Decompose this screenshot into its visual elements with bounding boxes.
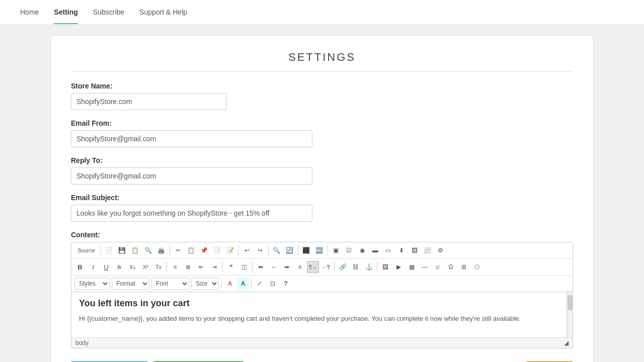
preview-button[interactable]: 🔍 xyxy=(142,244,154,256)
email-subject-label: Email Subject: xyxy=(71,194,573,202)
anchor-button[interactable]: ⚓ xyxy=(363,261,375,273)
redo-button[interactable]: ↪ xyxy=(254,244,266,256)
cut-button[interactable]: ✂ xyxy=(172,244,184,256)
email-from-label: Email From: xyxy=(71,119,573,127)
smiley-button[interactable]: ☺ xyxy=(432,261,444,273)
bold-button[interactable]: B xyxy=(74,261,86,273)
separator-10 xyxy=(334,262,335,272)
size-select[interactable]: Size xyxy=(191,278,219,290)
pagebreak-button[interactable]: ⊞ xyxy=(458,261,470,273)
imagebutton-button[interactable]: 🖼 xyxy=(409,244,421,256)
separator-6 xyxy=(328,245,328,255)
font-color-button[interactable]: A xyxy=(224,278,236,290)
page-title: SETTINGS xyxy=(71,51,573,72)
nav-support[interactable]: Support & Help xyxy=(139,1,187,24)
styles-select[interactable]: Styles xyxy=(74,278,110,290)
paste-text-button[interactable]: 📄 xyxy=(211,244,223,256)
separator-12 xyxy=(221,279,222,289)
separator-9 xyxy=(252,262,253,272)
maximize-button[interactable]: ⤢ xyxy=(254,278,266,290)
textfield-button[interactable]: ▬ xyxy=(369,244,381,256)
strikethrough-button[interactable]: S xyxy=(113,261,125,273)
reply-to-input[interactable] xyxy=(71,167,312,185)
hline-button[interactable]: — xyxy=(419,261,431,273)
select-all-button[interactable]: ⬛ xyxy=(300,244,312,256)
editor-body[interactable]: You left items in your cart Hi {{custome… xyxy=(71,292,567,337)
undo-button[interactable]: ↩ xyxy=(241,244,253,256)
separator-8 xyxy=(222,262,223,272)
specialchar-button[interactable]: Ω xyxy=(445,261,457,273)
paste-word-button[interactable]: 📝 xyxy=(224,244,236,256)
email-from-group: Email From: xyxy=(71,119,573,147)
toolbar-row-3: Styles Format Font Size A A ⤢ xyxy=(71,276,573,292)
checkbox-button[interactable]: ☑ xyxy=(343,244,355,256)
removeformat-button[interactable]: Tx xyxy=(152,261,165,273)
align-center-button[interactable]: ↔ xyxy=(268,261,280,273)
subscript-button[interactable]: X₂ xyxy=(126,261,138,273)
replace-button[interactable]: 🔄 xyxy=(284,244,296,256)
separator-4 xyxy=(268,245,269,255)
email-from-input[interactable] xyxy=(71,130,312,147)
bg-color-button[interactable]: A xyxy=(237,278,249,290)
find-button[interactable]: 🔍 xyxy=(271,244,283,256)
reply-to-label: Reply To: xyxy=(71,156,573,164)
store-name-label: Store Name: xyxy=(71,82,573,90)
paste-button[interactable]: 📌 xyxy=(198,244,210,256)
align-right-button[interactable]: ➡ xyxy=(281,261,293,273)
superscript-button[interactable]: X² xyxy=(139,261,151,273)
align-justify-button[interactable]: ≡ xyxy=(294,261,306,273)
formprops-button[interactable]: ⚙ xyxy=(435,244,447,256)
email-subject-input[interactable] xyxy=(71,205,312,222)
format-select[interactable]: Format xyxy=(112,278,149,290)
top-navigation: Home Setting Subscribe Support & Help xyxy=(0,0,644,25)
nav-subscribe[interactable]: Subscribe xyxy=(93,1,124,24)
blockquote-button[interactable]: ❝ xyxy=(225,261,237,273)
settings-panel: SETTINGS Store Name: Email From: Reply T… xyxy=(50,35,594,362)
bidi-ltr-button[interactable]: ¶→ xyxy=(307,261,319,273)
unordered-list-button[interactable]: ≣ xyxy=(182,261,194,273)
image-button[interactable]: 🖼 xyxy=(379,261,391,273)
spellcheck-button[interactable]: 🔤 xyxy=(313,244,326,256)
editor-main[interactable]: You left items in your cart Hi {{custome… xyxy=(71,292,567,337)
italic-button[interactable]: I xyxy=(87,261,99,273)
div-button[interactable]: ◫ xyxy=(238,261,250,273)
help-button[interactable]: ? xyxy=(280,278,292,290)
nav-setting[interactable]: Setting xyxy=(54,1,77,24)
textarea-button[interactable]: ▭ xyxy=(382,244,394,256)
source-button[interactable]: Source xyxy=(74,244,99,256)
table-button[interactable]: ▦ xyxy=(406,261,418,273)
font-select[interactable]: Font xyxy=(151,278,189,290)
templates-button[interactable]: 📋 xyxy=(129,244,141,256)
email-subject-group: Email Subject: xyxy=(71,194,573,222)
showblocks-button[interactable]: ⊡ xyxy=(267,278,279,290)
nav-home[interactable]: Home xyxy=(20,1,39,24)
separator-11 xyxy=(377,262,377,272)
outdent-button[interactable]: ⇤ xyxy=(195,261,207,273)
radio-button[interactable]: ◉ xyxy=(356,244,368,256)
content-label: Content: xyxy=(71,231,573,239)
select-button[interactable]: ⬇ xyxy=(395,244,408,256)
link-button[interactable]: 🔗 xyxy=(337,261,349,273)
iframe-button[interactable]: ⬡ xyxy=(471,261,483,273)
flash-button[interactable]: ▶ xyxy=(392,261,405,273)
resize-handle[interactable]: ◢ xyxy=(564,339,569,346)
unlink-button[interactable]: ⛓ xyxy=(350,261,362,273)
hiddenfield-button[interactable]: ⬜ xyxy=(422,244,434,256)
print-button[interactable]: 🖨️ xyxy=(155,244,168,256)
new-page-button[interactable]: 📄 xyxy=(103,244,115,256)
save-button[interactable]: 💾 xyxy=(116,244,128,256)
ordered-list-button[interactable]: ≡ xyxy=(169,261,181,273)
align-left-button[interactable]: ⬅ xyxy=(255,261,267,273)
store-name-input[interactable] xyxy=(71,93,227,110)
editor-scrollbar[interactable] xyxy=(567,292,573,337)
main-content: SETTINGS Store Name: Email From: Reply T… xyxy=(30,25,614,362)
copy-button[interactable]: 📋 xyxy=(185,244,197,256)
separator-2 xyxy=(170,245,170,255)
editor-content-area: You left items in your cart Hi {{custome… xyxy=(71,292,573,337)
indent-button[interactable]: ⇥ xyxy=(208,261,220,273)
underline-button[interactable]: U xyxy=(100,261,112,273)
reply-to-group: Reply To: xyxy=(71,156,573,185)
form-button[interactable]: ▣ xyxy=(330,244,342,256)
bidi-rtl-button[interactable]: ←¶ xyxy=(320,261,332,273)
editor-heading: You left items in your cart xyxy=(79,298,559,309)
